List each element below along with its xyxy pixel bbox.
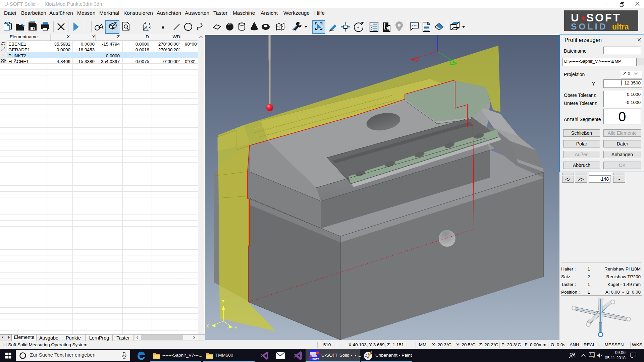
svg-text:Z: Z <box>222 300 224 304</box>
svg-text:Y: Y <box>234 326 237 330</box>
svg-text:XYZ: XYZ <box>370 25 373 30</box>
svg-text:SOLID: SOLID <box>571 21 607 31</box>
svg-text:Z: Z <box>144 21 146 24</box>
svg-text:Y: Y <box>149 22 151 25</box>
svg-text:ultra: ultra <box>612 22 629 31</box>
svg-text:X: X <box>149 26 151 29</box>
svg-text:U·SOFT: U·SOFT <box>310 358 319 361</box>
svg-text:X: X <box>206 324 209 328</box>
